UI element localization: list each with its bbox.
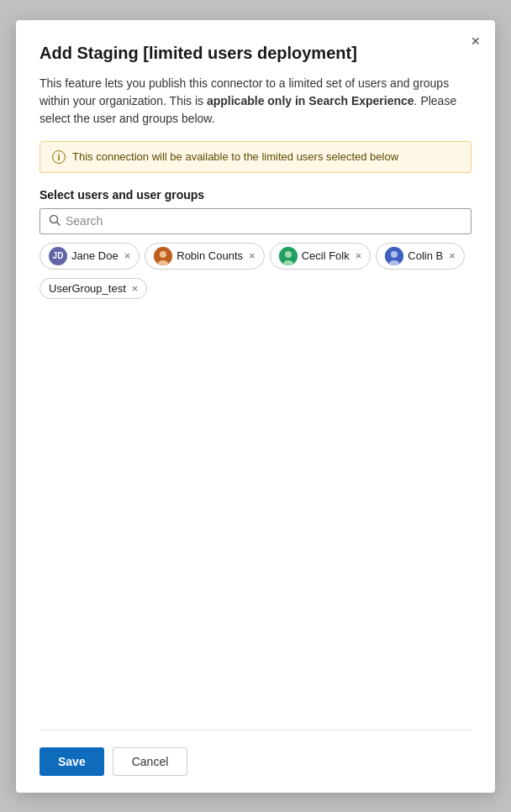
close-button[interactable]: × bbox=[467, 30, 483, 52]
tags-container: JD Jane Doe × Robin Counts × bbox=[40, 243, 471, 270]
tag-jane-doe: JD Jane Doe × bbox=[40, 243, 140, 270]
search-icon bbox=[49, 214, 61, 228]
save-button[interactable]: Save bbox=[40, 747, 104, 776]
tag-label-robin-counts: Robin Counts bbox=[176, 249, 243, 262]
svg-point-6 bbox=[285, 251, 292, 258]
modal-dialog: × Add Staging [limited users deployment]… bbox=[16, 20, 495, 793]
avatar-colin-b bbox=[385, 247, 403, 265]
search-input[interactable] bbox=[66, 214, 462, 228]
tag-label-usergroup-test: UserGroup_test bbox=[49, 282, 126, 295]
svg-line-1 bbox=[57, 222, 61, 225]
modal-footer: Save Cancel bbox=[40, 730, 471, 776]
remove-jane-doe-button[interactable]: × bbox=[123, 250, 131, 261]
remove-colin-b-button[interactable]: × bbox=[447, 250, 456, 261]
tag-cecil-folk: Cecil Folk × bbox=[270, 243, 371, 270]
search-field-container bbox=[40, 208, 471, 234]
tag-label-jane-doe: Jane Doe bbox=[71, 249, 119, 262]
avatar-cecil-folk bbox=[279, 247, 298, 265]
svg-point-9 bbox=[391, 251, 398, 258]
tag-label-colin-b: Colin B bbox=[408, 249, 443, 262]
section-label: Select users and user groups bbox=[40, 188, 471, 202]
svg-point-3 bbox=[160, 251, 166, 258]
description-text-bold: applicable only in Search Experience bbox=[207, 94, 414, 107]
info-icon: i bbox=[52, 150, 66, 164]
tag-colin-b: Colin B × bbox=[376, 243, 465, 270]
group-tags-container: UserGroup_test × bbox=[40, 278, 471, 299]
remove-robin-counts-button[interactable]: × bbox=[247, 250, 256, 261]
info-banner: i This connection will be available to t… bbox=[40, 141, 471, 173]
avatar-robin-counts bbox=[154, 247, 172, 265]
tag-robin-counts: Robin Counts × bbox=[145, 243, 264, 270]
tag-usergroup-test: UserGroup_test × bbox=[40, 278, 147, 299]
remove-cecil-folk-button[interactable]: × bbox=[354, 250, 362, 261]
tag-label-cecil-folk: Cecil Folk bbox=[302, 249, 350, 262]
modal-title: Add Staging [limited users deployment] bbox=[40, 44, 471, 63]
info-banner-text: This connection will be available to the… bbox=[72, 150, 398, 163]
remove-usergroup-test-button[interactable]: × bbox=[130, 283, 139, 294]
cancel-button[interactable]: Cancel bbox=[113, 747, 188, 776]
modal-overlay: × Add Staging [limited users deployment]… bbox=[0, 0, 511, 812]
modal-description: This feature lets you publish this conne… bbox=[40, 75, 471, 128]
avatar-jane-doe: JD bbox=[49, 247, 67, 265]
